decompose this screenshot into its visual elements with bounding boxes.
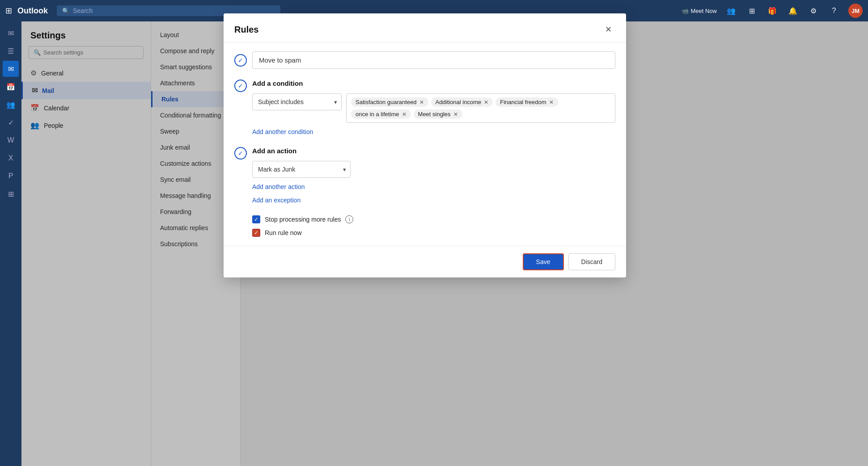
people-icon[interactable]: 👥: [725, 4, 737, 17]
bell-icon[interactable]: 🔔: [787, 4, 799, 17]
discard-button[interactable]: Discard: [568, 253, 615, 270]
tag-income-close[interactable]: ✕: [484, 99, 488, 105]
tag-income: Additional income ✕: [431, 97, 493, 107]
tag-freedom: Financial freedom ✕: [495, 97, 558, 107]
tag-satisfaction: Satisfaction guaranteed ✕: [351, 97, 428, 107]
avatar[interactable]: JM: [848, 4, 863, 18]
gear-icon[interactable]: ⚙: [807, 4, 820, 17]
tag-label: Financial freedom: [500, 99, 546, 105]
action-label: Add an action: [252, 147, 615, 155]
apps-icon[interactable]: ⊞: [5, 6, 12, 16]
strip-excel-icon[interactable]: X: [3, 150, 19, 166]
dialog-footer: Save Discard: [224, 246, 626, 277]
stop-processing-info-icon[interactable]: i: [345, 215, 353, 223]
tag-singles-close[interactable]: ✕: [453, 111, 458, 118]
tags-box: Satisfaction guaranteed ✕ Additional inc…: [346, 93, 615, 123]
left-strip: ✉ ☰ ✉ 📅 👥 ✓ W X P ⊞: [0, 21, 21, 466]
condition-dropdown-wrapper: Subject includes From To Body includes: [252, 93, 342, 110]
help-icon[interactable]: ?: [828, 4, 840, 17]
tag-freedom-close[interactable]: ✕: [549, 99, 554, 105]
tag-label: Satisfaction guaranteed: [356, 99, 417, 105]
run-rule-row: ✓ Run rule now: [252, 229, 615, 237]
strip-mail-active-icon[interactable]: ✉: [3, 61, 19, 77]
add-another-action-link[interactable]: Add another action: [252, 182, 615, 191]
checkbox-section: ✓ Stop processing more rules i ✓ Run rul…: [234, 215, 615, 237]
rewards-icon[interactable]: 🎁: [766, 4, 779, 17]
tag-label: Meet singles: [418, 111, 451, 118]
top-bar-right: 📹 Meet Now 👥 ⊞ 🎁 🔔 ⚙ ? JM: [682, 4, 863, 18]
rule-name-row: ✓: [234, 51, 615, 69]
condition-check: ✓: [234, 80, 247, 92]
condition-label: Add a condition: [252, 80, 615, 87]
camera-icon: 📹: [682, 8, 689, 14]
search-icon: 🔍: [62, 8, 69, 14]
meet-now-button[interactable]: 📹 Meet Now: [682, 8, 717, 14]
strip-people-icon[interactable]: 👥: [3, 97, 19, 113]
dialog-title: Rules: [234, 25, 258, 35]
condition-section: ✓ Add a condition Subject includes From …: [234, 80, 615, 136]
stop-processing-label: Stop processing more rules: [265, 216, 341, 223]
tag-satisfaction-close[interactable]: ✕: [419, 99, 424, 105]
stop-processing-row: ✓ Stop processing more rules i: [252, 215, 615, 223]
dialog-header: Rules ✕: [224, 13, 626, 42]
strip-check-icon[interactable]: ✓: [3, 114, 19, 130]
action-check: ✓: [234, 147, 247, 160]
rule-name-input[interactable]: [252, 51, 615, 69]
strip-ppt-icon[interactable]: P: [3, 168, 19, 184]
tag-singles: Meet singles ✕: [414, 109, 462, 119]
rule-enabled-check[interactable]: ✓: [234, 54, 247, 67]
save-button[interactable]: Save: [523, 253, 564, 270]
dialog-body: ✓ ✓ Add a condition Subject includes Fro…: [224, 42, 626, 246]
app-logo: Outlook: [17, 6, 48, 16]
condition-dropdown[interactable]: Subject includes From To Body includes: [252, 93, 342, 110]
condition-inputs: Subject includes From To Body includes S…: [252, 93, 615, 123]
action-dropdown[interactable]: Mark as Junk Move to folder Delete Forwa…: [252, 161, 351, 178]
strip-calendar-icon[interactable]: 📅: [3, 79, 19, 95]
grid-icon[interactable]: ⊞: [745, 4, 758, 17]
run-rule-label: Run rule now: [265, 229, 302, 236]
strip-apps-icon[interactable]: ⊞: [3, 186, 19, 202]
add-another-condition-link[interactable]: Add another condition: [252, 127, 615, 136]
strip-expand-icon[interactable]: ☰: [3, 43, 19, 59]
run-rule-checkbox[interactable]: ✓: [252, 229, 260, 237]
tag-lifetime: once in a lifetime ✕: [351, 109, 411, 119]
action-content: Add an action Mark as Junk Move to folde…: [252, 147, 615, 205]
action-section: ✓ Add an action Mark as Junk Move to fol…: [234, 147, 615, 205]
tag-label: once in a lifetime: [356, 111, 399, 118]
action-dropdown-wrapper: Mark as Junk Move to folder Delete Forwa…: [252, 161, 351, 178]
strip-mail-icon[interactable]: ✉: [3, 25, 19, 41]
stop-processing-checkbox[interactable]: ✓: [252, 215, 260, 223]
rules-dialog: Rules ✕ ✓ ✓ Add a condition Subject incl…: [224, 13, 626, 277]
condition-content: Add a condition Subject includes From To…: [252, 80, 615, 136]
tag-label: Additional income: [436, 99, 482, 105]
add-exception-link[interactable]: Add an exception: [252, 196, 615, 205]
tag-lifetime-close[interactable]: ✕: [402, 111, 406, 118]
dialog-close-button[interactable]: ✕: [601, 22, 615, 37]
strip-word-icon[interactable]: W: [3, 132, 19, 148]
